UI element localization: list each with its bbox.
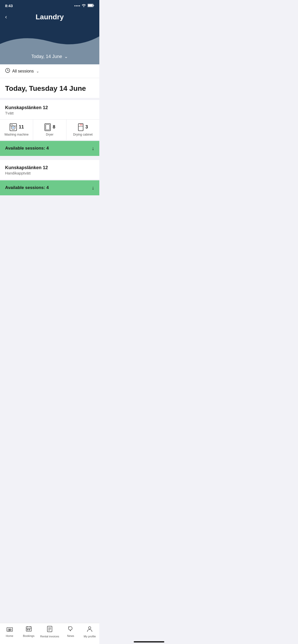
location-name-2: Kunskapslänken 12 — [5, 165, 94, 170]
sessions-bar-2[interactable]: Available sessions: 4 ↓ — [0, 180, 99, 195]
machine-item-dryer: 8 Dryer — [33, 120, 66, 140]
day-title: Today, Tuesday 14 June — [5, 84, 94, 93]
location-card-1: Kunskapslänken 12 Tvätt 11 Washing — [0, 100, 99, 140]
sessions-bar-1[interactable]: Available sessions: 4 ↓ — [0, 141, 99, 156]
page-header: ‹ Laundry — [0, 10, 99, 29]
clock-icon — [5, 68, 10, 74]
drying-icon-area: 3 — [78, 123, 88, 131]
sessions-text-2: Available sessions: 4 — [5, 185, 49, 190]
machine-item-drying: 3 Drying cabinet — [66, 120, 99, 140]
svg-rect-13 — [78, 123, 83, 130]
filter-label: All sessions — [12, 69, 34, 74]
main-content: Today, Tuesday 14 June Kunskapslänken 12… — [0, 78, 99, 225]
date-label: Today, 14 June — [31, 54, 62, 59]
washing-machine-icon-area: 11 — [9, 123, 24, 131]
date-chevron-icon: ⌄ — [64, 54, 68, 59]
dryer-icon-area: 8 — [44, 123, 55, 131]
washing-label: Washing machine — [4, 133, 29, 136]
signal-icon — [74, 5, 80, 6]
drying-cabinet-icon — [78, 123, 84, 131]
svg-point-8 — [11, 124, 11, 125]
svg-rect-2 — [88, 4, 93, 6]
location-sub-1: Tvätt — [5, 111, 94, 115]
sessions-arrow-1: ↓ — [92, 145, 94, 151]
date-section: Today, 14 June ⌄ — [0, 49, 99, 64]
header-nav: ‹ Laundry — [5, 13, 94, 29]
svg-point-0 — [83, 6, 84, 7]
machine-row-1: 11 Washing machine 8 Dryer — [0, 119, 99, 140]
location-card-2: Kunskapslänken 12 Handikapptvätt — [0, 160, 99, 179]
page-title: Laundry — [36, 13, 64, 21]
status-bar: 8:43 — [0, 0, 99, 10]
svg-rect-3 — [93, 5, 94, 6]
battery-icon — [88, 4, 94, 8]
svg-point-9 — [12, 124, 12, 125]
date-selector[interactable]: Today, 14 June ⌄ — [31, 54, 68, 59]
dryer-count: 8 — [53, 124, 55, 130]
wave-decoration — [0, 29, 99, 49]
svg-point-6 — [11, 126, 15, 129]
sessions-arrow-2: ↓ — [92, 185, 94, 191]
location-header-1: Kunskapslänken 12 Tvätt — [0, 100, 99, 119]
machine-item-washing: 11 Washing machine — [0, 120, 33, 140]
dryer-label: Dryer — [46, 133, 53, 136]
sessions-text-1: Available sessions: 4 — [5, 146, 49, 151]
day-header: Today, Tuesday 14 June — [0, 78, 99, 98]
location-name-1: Kunskapslänken 12 — [5, 105, 94, 110]
svg-rect-12 — [46, 124, 49, 130]
status-icons — [74, 4, 94, 8]
back-button[interactable]: ‹ — [5, 14, 7, 20]
location-header-2: Kunskapslänken 12 Handikapptvätt — [0, 160, 99, 179]
svg-point-7 — [12, 127, 14, 128]
location-sub-2: Handikapptvätt — [5, 171, 94, 175]
drying-label: Drying cabinet — [73, 133, 93, 136]
washing-count: 11 — [19, 124, 24, 130]
drying-count: 3 — [85, 124, 88, 130]
filter-bar: All sessions ⌄ — [0, 64, 99, 78]
washing-machine-icon — [9, 123, 17, 131]
time-display: 8:43 — [5, 4, 13, 8]
wifi-icon — [82, 4, 86, 8]
dryer-icon — [44, 123, 51, 131]
filter-chevron-icon[interactable]: ⌄ — [36, 69, 39, 73]
